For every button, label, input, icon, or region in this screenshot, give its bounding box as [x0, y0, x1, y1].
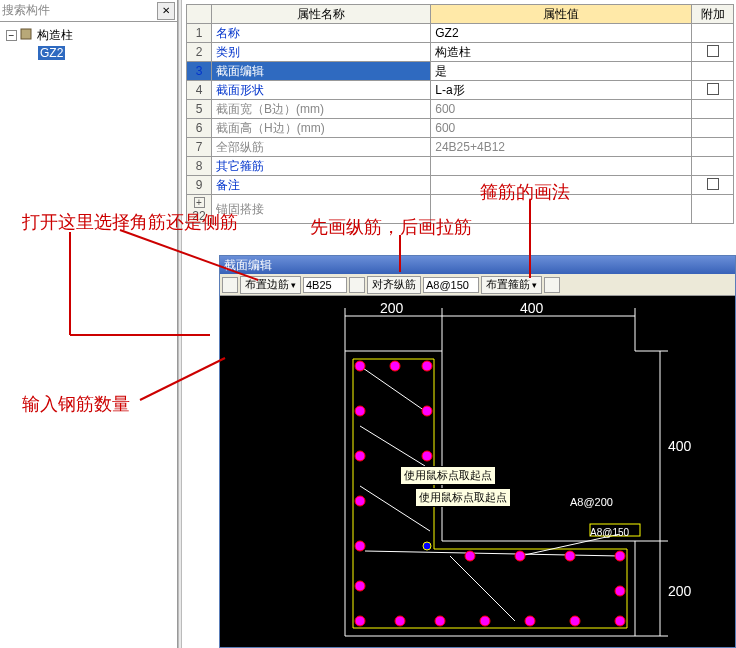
table-row[interactable]: 7全部纵筋24B25+4B12 [187, 138, 734, 157]
left-tree-panel: 搜索构件 ✕ − 构造柱 GZ2 [0, 0, 178, 648]
prop-name: 备注 [212, 176, 431, 195]
row-number: 8 [187, 157, 212, 176]
svg-point-31 [615, 551, 625, 561]
checkbox[interactable] [707, 83, 719, 95]
cad-canvas[interactable]: 200 400 400 200 [220, 296, 735, 647]
prop-extra[interactable] [692, 43, 734, 62]
prop-name: 类别 [212, 43, 431, 62]
prop-extra[interactable] [692, 24, 734, 43]
prop-extra[interactable] [692, 100, 734, 119]
search-clear-button[interactable]: ✕ [157, 2, 175, 20]
tree-collapse-icon[interactable]: − [6, 30, 17, 41]
expand-icon[interactable]: + [194, 197, 205, 208]
svg-point-37 [480, 616, 490, 626]
prop-name: 锚固搭接 [212, 195, 431, 224]
prop-value[interactable]: 24B25+4B12 [431, 138, 692, 157]
tree-root-row[interactable]: − 构造柱 [2, 26, 175, 44]
svg-point-35 [395, 616, 405, 626]
tree-root-label: 构造柱 [35, 27, 75, 44]
prop-value[interactable] [431, 195, 692, 224]
prop-name: 截面宽（B边）(mm) [212, 100, 431, 119]
prop-value[interactable]: 600 [431, 119, 692, 138]
prop-value[interactable]: L-a形 [431, 81, 692, 100]
section-editor-toolbar: 布置边筋 对齐纵筋 布置箍筋 [220, 274, 735, 296]
tooltip-2: 使用鼠标点取起点 [415, 488, 511, 507]
svg-point-39 [570, 616, 580, 626]
stirrup-spec-input[interactable] [423, 277, 479, 293]
dim-200b: 200 [668, 583, 692, 599]
checkbox[interactable] [707, 45, 719, 57]
svg-line-12 [360, 426, 425, 466]
table-row[interactable]: 6截面高（H边）(mm)600 [187, 119, 734, 138]
svg-point-40 [615, 616, 625, 626]
svg-point-17 [355, 361, 365, 371]
header-value: 属性值 [431, 5, 692, 24]
prop-extra[interactable] [692, 62, 734, 81]
prop-value[interactable]: GZ2 [431, 24, 692, 43]
prop-value[interactable] [431, 157, 692, 176]
row-number: 9 [187, 176, 212, 195]
svg-point-34 [355, 616, 365, 626]
row-number: 2 [187, 43, 212, 62]
prop-extra[interactable] [692, 195, 734, 224]
svg-point-21 [422, 406, 432, 416]
prop-value[interactable]: 构造柱 [431, 43, 692, 62]
header-extra: 附加 [692, 5, 734, 24]
svg-rect-0 [21, 29, 31, 39]
align-rebar-button[interactable]: 对齐纵筋 [367, 276, 421, 294]
svg-point-30 [565, 551, 575, 561]
layout-edge-rebar-button[interactable]: 布置边筋 [240, 276, 301, 294]
svg-point-23 [422, 451, 432, 461]
prop-extra[interactable] [692, 81, 734, 100]
prop-name: 其它箍筋 [212, 157, 431, 176]
table-header-row: 属性名称 属性值 附加 [187, 5, 734, 24]
prop-extra[interactable] [692, 138, 734, 157]
table-row[interactable]: 4截面形状L-a形 [187, 81, 734, 100]
stirrup-label-1: A8@200 [570, 496, 613, 508]
property-table: 属性名称 属性值 附加 1名称GZ22类别构造柱3截面编辑是4截面形状L-a形5… [186, 4, 734, 224]
svg-point-22 [355, 451, 365, 461]
prop-extra[interactable] [692, 176, 734, 195]
prop-value[interactable] [431, 176, 692, 195]
table-row[interactable]: 1名称GZ2 [187, 24, 734, 43]
toolbar-icon-3[interactable] [544, 277, 560, 293]
prop-extra[interactable] [692, 119, 734, 138]
row-number: 7 [187, 138, 212, 157]
prop-name: 全部纵筋 [212, 138, 431, 157]
tree-child-label: GZ2 [38, 46, 65, 60]
dim-400b: 400 [668, 438, 692, 454]
prop-value[interactable]: 600 [431, 100, 692, 119]
tree-child-row[interactable]: GZ2 [2, 44, 175, 62]
toolbar-icon-1[interactable] [222, 277, 238, 293]
table-row[interactable]: +22锚固搭接 [187, 195, 734, 224]
table-row[interactable]: 9备注 [187, 176, 734, 195]
section-editor-window: 截面编辑 布置边筋 对齐纵筋 布置箍筋 200 400 400 200 [219, 255, 736, 648]
dim-400a: 400 [520, 300, 544, 316]
search-bar: 搜索构件 ✕ [0, 0, 177, 22]
rebar-count-input[interactable] [303, 277, 347, 293]
table-row[interactable]: 2类别构造柱 [187, 43, 734, 62]
prop-extra[interactable] [692, 157, 734, 176]
svg-point-19 [422, 361, 432, 371]
prop-value[interactable]: 是 [431, 62, 692, 81]
tooltip-1: 使用鼠标点取起点 [400, 466, 496, 485]
row-number: 4 [187, 81, 212, 100]
toolbar-icon-2[interactable] [349, 277, 365, 293]
svg-point-33 [615, 586, 625, 596]
svg-point-28 [465, 551, 475, 561]
svg-line-15 [450, 556, 515, 621]
component-tree: − 构造柱 GZ2 [0, 22, 177, 66]
checkbox[interactable] [707, 178, 719, 190]
table-row[interactable]: 3截面编辑是 [187, 62, 734, 81]
table-row[interactable]: 5截面宽（B边）(mm)600 [187, 100, 734, 119]
table-row[interactable]: 8其它箍筋 [187, 157, 734, 176]
svg-point-26 [355, 541, 365, 551]
layout-stirrup-button[interactable]: 布置箍筋 [481, 276, 542, 294]
section-editor-title: 截面编辑 [220, 256, 735, 274]
svg-point-38 [525, 616, 535, 626]
svg-point-36 [435, 616, 445, 626]
prop-name: 截面形状 [212, 81, 431, 100]
svg-line-11 [360, 366, 425, 411]
svg-point-18 [390, 361, 400, 371]
svg-point-32 [355, 581, 365, 591]
